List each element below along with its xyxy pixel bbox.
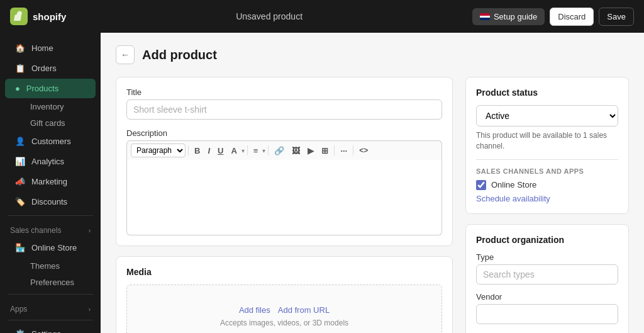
chevron-icon: › [89, 227, 91, 234]
products-icon: ● [15, 84, 20, 93]
flag-icon [480, 13, 490, 20]
discard-button[interactable]: Discard [550, 8, 594, 26]
status-hint: This product will be available to 1 sale… [476, 130, 618, 152]
italic-button[interactable]: I [204, 144, 213, 157]
sidebar-item-inventory[interactable]: Inventory [5, 99, 96, 115]
table-button[interactable]: ⊞ [318, 144, 331, 157]
media-title: Media [126, 267, 442, 277]
media-actions: Add files Add from URL [239, 305, 330, 315]
sales-channels-section-header: SALES CHANNELS AND APPS [476, 167, 618, 175]
media-card: Media Add files Add from URL Accepts ima… [116, 256, 453, 333]
underline-button[interactable]: U [214, 144, 226, 157]
product-status-title: Product status [476, 87, 618, 98]
sidebar-item-analytics[interactable]: 📊 Analytics [5, 152, 96, 171]
product-org-title: Product organization [476, 235, 618, 245]
sidebar-item-online-store[interactable]: 🏪 Online Store [5, 238, 96, 257]
two-col-layout: Title Description Paragraph B I U [116, 77, 629, 333]
toolbar-divider-3 [268, 145, 269, 155]
logo: shopify [10, 8, 66, 25]
text-color-button[interactable]: A [228, 144, 240, 157]
sidebar-label-online-store: Online Store [31, 243, 77, 252]
product-org-card: Product organization Type Vendor Tags Ma… [465, 224, 629, 333]
image-button[interactable]: 🖼 [289, 144, 303, 157]
vendor-input[interactable] [476, 304, 618, 324]
customers-icon: 👤 [15, 137, 25, 146]
setup-guide-button[interactable]: Setup guide [472, 8, 545, 25]
sidebar-item-marketing[interactable]: 📣 Marketing [5, 172, 96, 191]
toolbar-divider-2 [247, 145, 248, 155]
sidebar-divider-2 [8, 294, 93, 295]
sidebar: 🏠 Home 📋 Orders ● Products Inventory Gif… [0, 33, 101, 333]
more-button[interactable]: ··· [337, 144, 350, 157]
sidebar-item-orders[interactable]: 📋 Orders [5, 59, 96, 78]
title-label: Title [126, 87, 442, 97]
marketing-icon: 📣 [15, 177, 25, 186]
sales-channels-header: Sales channels › [0, 221, 101, 237]
product-status-card: Product status Active Draft This product… [465, 77, 629, 214]
source-button[interactable]: <> [356, 144, 371, 157]
description-label: Description [126, 128, 442, 138]
online-store-checkbox[interactable] [476, 180, 486, 190]
discounts-icon: 🏷️ [15, 197, 25, 206]
sidebar-label-home: Home [31, 43, 53, 53]
apps-chevron-icon: › [89, 306, 91, 313]
link-button[interactable]: 🔗 [271, 144, 287, 157]
sidebar-label-marketing: Marketing [31, 177, 67, 186]
video-button[interactable]: ▶ [304, 144, 317, 157]
toolbar-divider-1 [188, 145, 189, 155]
media-dropzone[interactable]: Add files Add from URL Accepts images, v… [126, 285, 442, 333]
add-files-link[interactable]: Add files [239, 305, 270, 315]
toolbar-divider-5 [353, 145, 353, 155]
logo-text: shopify [33, 11, 66, 22]
sidebar-item-home[interactable]: 🏠 Home [5, 38, 96, 58]
topbar-actions: Setup guide Discard Save [472, 8, 634, 26]
home-icon: 🏠 [15, 43, 25, 53]
page-header: ← Add product [116, 45, 629, 64]
main-column: Title Description Paragraph B I U [116, 77, 453, 333]
sidebar-divider [8, 215, 93, 216]
online-store-channel-label: Online Store [491, 180, 536, 189]
bold-button[interactable]: B [191, 144, 203, 157]
sidebar-label-customers: Customers [31, 137, 71, 146]
sidebar-item-preferences[interactable]: Preferences [5, 274, 96, 290]
schedule-availability-link[interactable]: Schedule availability [476, 194, 618, 203]
sidebar-item-discounts[interactable]: 🏷️ Discounts [5, 192, 96, 212]
sidebar-item-themes[interactable]: Themes [5, 258, 96, 274]
content-area: ← Add product Title Description [101, 33, 644, 333]
sidebar-label-orders: Orders [31, 64, 57, 73]
sidebar-label-discounts: Discounts [31, 197, 67, 206]
sidebar-label-analytics: Analytics [31, 157, 64, 166]
sidebar-item-customers[interactable]: 👤 Customers [5, 132, 96, 151]
title-description-card: Title Description Paragraph B I U [116, 77, 453, 246]
side-column: Product status Active Draft This product… [465, 77, 629, 333]
online-store-icon: 🏪 [15, 243, 25, 252]
sidebar-label-settings: Settings [31, 329, 61, 333]
editor-body[interactable] [126, 160, 442, 235]
align-button[interactable]: ≡ [250, 144, 262, 157]
sidebar-item-settings[interactable]: ⚙️ Settings [5, 324, 96, 333]
page-title: Add product [142, 48, 217, 62]
toolbar-divider-4 [334, 145, 335, 155]
sidebar-divider-3 [8, 320, 93, 320]
type-label: Type [476, 252, 618, 262]
vendor-label: Vendor [476, 292, 618, 302]
orders-icon: 📋 [15, 64, 25, 73]
sidebar-item-products[interactable]: ● Products [5, 79, 96, 98]
paragraph-select[interactable]: Paragraph [131, 144, 186, 157]
sidebar-item-gift-cards[interactable]: Gift cards [5, 115, 96, 131]
media-hint: Accepts images, videos, or 3D models [220, 319, 348, 327]
settings-icon: ⚙️ [15, 329, 25, 333]
topbar: shopify Unsaved product Setup guide Disc… [0, 0, 644, 33]
back-button[interactable]: ← [116, 45, 135, 64]
apps-header: Apps › [0, 300, 101, 316]
save-button[interactable]: Save [599, 8, 634, 26]
editor-toolbar: Paragraph B I U A ▾ ≡ ▾ 🔗 [126, 140, 442, 160]
status-select[interactable]: Active Draft [476, 105, 618, 127]
type-input[interactable] [476, 264, 618, 285]
add-from-url-link[interactable]: Add from URL [278, 305, 330, 315]
title-input[interactable] [126, 99, 442, 120]
main-layout: 🏠 Home 📋 Orders ● Products Inventory Gif… [0, 33, 644, 333]
online-store-channel: Online Store [476, 180, 618, 190]
analytics-icon: 📊 [15, 157, 25, 166]
sidebar-label-products: Products [26, 84, 58, 93]
